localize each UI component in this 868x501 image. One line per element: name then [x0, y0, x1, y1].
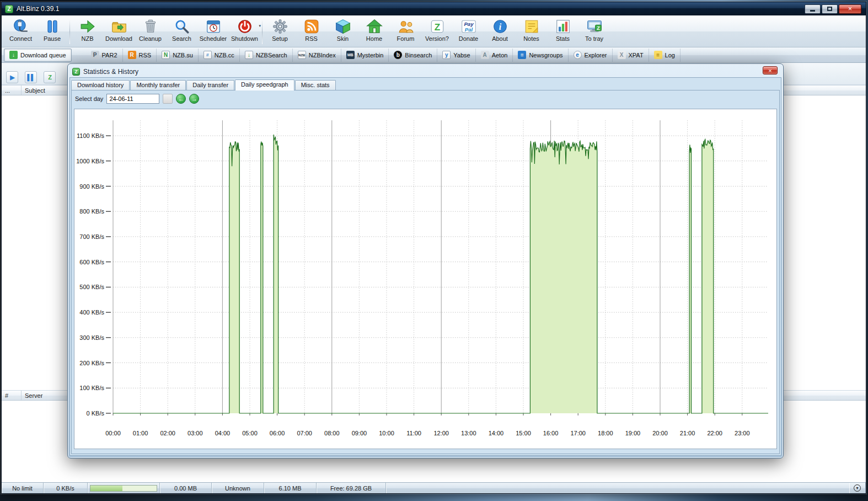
- donate-button[interactable]: PayPalDonate: [453, 17, 484, 46]
- to-tray-button[interactable]: ZTo tray: [578, 17, 610, 46]
- search-icon: [174, 18, 190, 35]
- log-button[interactable]: ≡Log: [649, 49, 681, 62]
- download-button[interactable]: Download: [103, 17, 135, 46]
- svg-text:16:00: 16:00: [543, 430, 559, 436]
- notes-button[interactable]: Notes: [516, 17, 547, 46]
- svg-text:01:00: 01:00: [133, 430, 148, 436]
- site-item-label: Log: [665, 52, 675, 58]
- svg-text:600 KB/s: 600 KB/s: [79, 259, 104, 265]
- queue-pause-button[interactable]: ▌▌: [25, 71, 37, 83]
- stats-button[interactable]: Stats: [547, 17, 578, 46]
- queue-pause-icon: ▌▌: [27, 74, 35, 81]
- date-picker-button[interactable]: [163, 94, 173, 104]
- next-day-button[interactable]: →: [189, 94, 199, 104]
- toolbar-item-label: RSS: [305, 35, 318, 42]
- status-speed-limit: No limit: [2, 483, 44, 493]
- select-day-input[interactable]: [106, 94, 159, 104]
- shutdown-button[interactable]: Shutdown▾: [229, 17, 260, 46]
- pause-button[interactable]: Pause: [36, 17, 68, 46]
- nzbindex-button[interactable]: NZBNZBIndex: [293, 49, 341, 62]
- main-toolbar: ConnectPauseNZBDownloadCleanupSearchSche…: [2, 15, 866, 47]
- newsgroups-button[interactable]: ≡Newsgroups: [513, 49, 568, 62]
- tab-monthly-transfer[interactable]: Monthly transfer: [130, 80, 186, 90]
- toolbar-item-label: Home: [366, 35, 382, 42]
- previous-day-button[interactable]: ←: [176, 94, 186, 104]
- binsearch-icon: b: [394, 51, 402, 59]
- site-item-label: NZB.cc: [215, 52, 234, 58]
- nzbsearch-button[interactable]: ↓NZBSearch: [240, 49, 293, 62]
- nzb-su-button[interactable]: NNZB.su: [157, 49, 199, 62]
- yabse-icon: y: [442, 51, 451, 59]
- setup-button[interactable]: Setup: [264, 17, 296, 46]
- connect-button[interactable]: Connect: [5, 17, 36, 46]
- toolbar-item-label: Skin: [337, 35, 349, 42]
- dialog-titlebar[interactable]: Z Statistics & History ×: [68, 64, 783, 77]
- svg-text:10:00: 10:00: [379, 430, 394, 436]
- queue-resume-button[interactable]: ▶: [6, 71, 18, 83]
- queue-stats-icon: Z: [48, 74, 51, 81]
- site-item-label: Aeton: [492, 52, 508, 58]
- forum-button[interactable]: Forum: [390, 17, 421, 46]
- par2-button[interactable]: PPAR2: [86, 49, 123, 62]
- site-item-label: NZBSearch: [256, 52, 287, 58]
- dialog-close-button[interactable]: ×: [763, 66, 778, 74]
- status-tray-toggle[interactable]: ▾: [849, 483, 866, 493]
- svg-text:1000 KB/s: 1000 KB/s: [76, 158, 104, 164]
- rss-site-button[interactable]: RRSS: [123, 49, 157, 62]
- svg-text:05:00: 05:00: [242, 430, 258, 436]
- mysterbin-button[interactable]: MBMysterbin: [341, 49, 389, 62]
- maximize-button[interactable]: [822, 4, 838, 14]
- skin-button[interactable]: Skin: [327, 17, 358, 46]
- svg-text:18:00: 18:00: [598, 430, 613, 436]
- search-button[interactable]: Search: [166, 17, 197, 46]
- toolbar-item-label: Search: [172, 35, 191, 42]
- rss-site-icon: R: [128, 51, 136, 59]
- minimize-button[interactable]: [805, 4, 821, 14]
- queue-column-status[interactable]: ...: [2, 86, 22, 95]
- nzbsearch-icon: ↓: [245, 51, 253, 59]
- svg-text:13:00: 13:00: [461, 430, 476, 436]
- tab-daily-speedgraph[interactable]: Daily speedgraph: [235, 79, 294, 90]
- statistics-dialog: Z Statistics & History × Download histor…: [67, 63, 784, 459]
- version-button[interactable]: ZVersion?: [421, 17, 453, 46]
- collapse-statusbar-icon: ▾: [854, 484, 861, 492]
- site-item-label: NZB.su: [173, 52, 193, 58]
- scheduler-button[interactable]: Scheduler: [197, 17, 229, 46]
- home-button[interactable]: Home: [358, 17, 390, 46]
- svg-text:Z: Z: [434, 22, 440, 33]
- queue-resume-icon: ▶: [10, 74, 14, 81]
- rss-button[interactable]: RSS: [296, 17, 327, 46]
- xpat-button[interactable]: XXPAT: [613, 49, 649, 62]
- nzb-button[interactable]: NZB: [72, 17, 103, 46]
- aeton-button[interactable]: AAeton: [476, 49, 513, 62]
- explorer-button[interactable]: eExplorer: [569, 49, 613, 62]
- queue-stats-button[interactable]: Z: [44, 71, 56, 83]
- setup-icon: [272, 18, 288, 35]
- daily-speedgraph-panel: Select day ← → 0 KB/s100 KB/s200 KB/s300…: [71, 90, 780, 454]
- toolbar-item-label: Cleanup: [139, 35, 162, 42]
- dropdown-arrow-icon[interactable]: ▾: [259, 24, 261, 28]
- about-button[interactable]: iAbout: [484, 17, 516, 46]
- status-bar: No limit0 KB/s0.00 MBUnknown6.10 MBFree:…: [2, 482, 866, 493]
- svg-text:22:00: 22:00: [707, 430, 722, 436]
- tab-misc-stats[interactable]: Misc. stats: [295, 80, 336, 90]
- download-queue-button[interactable]: ↓Download queue: [4, 49, 72, 62]
- dialog-body: Download historyMonthly transferDaily tr…: [69, 77, 781, 456]
- window-titlebar[interactable]: Z Alt.Binz 0.39.1 ×: [2, 2, 866, 15]
- binsearch-button[interactable]: bBinsearch: [389, 49, 437, 62]
- select-day-label: Select day: [75, 95, 103, 102]
- tab-daily-transfer[interactable]: Daily transfer: [186, 80, 234, 90]
- close-button[interactable]: ×: [839, 4, 861, 14]
- toolbar-item-label: NZB: [82, 35, 94, 42]
- status-eta: Unknown: [212, 483, 264, 493]
- version-icon: Z: [429, 18, 446, 35]
- toolbar-item-label: Setup: [272, 35, 288, 42]
- explorer-icon: e: [574, 51, 582, 59]
- mysterbin-icon: MB: [346, 51, 355, 59]
- yabse-button[interactable]: yYabse: [437, 49, 475, 62]
- dialog-icon: Z: [72, 68, 80, 76]
- nzb-cc-button[interactable]: //NZB.cc: [199, 49, 240, 62]
- server-column-number[interactable]: #: [2, 391, 22, 400]
- cleanup-button[interactable]: Cleanup: [135, 17, 166, 46]
- tab-download-history[interactable]: Download history: [71, 80, 130, 90]
